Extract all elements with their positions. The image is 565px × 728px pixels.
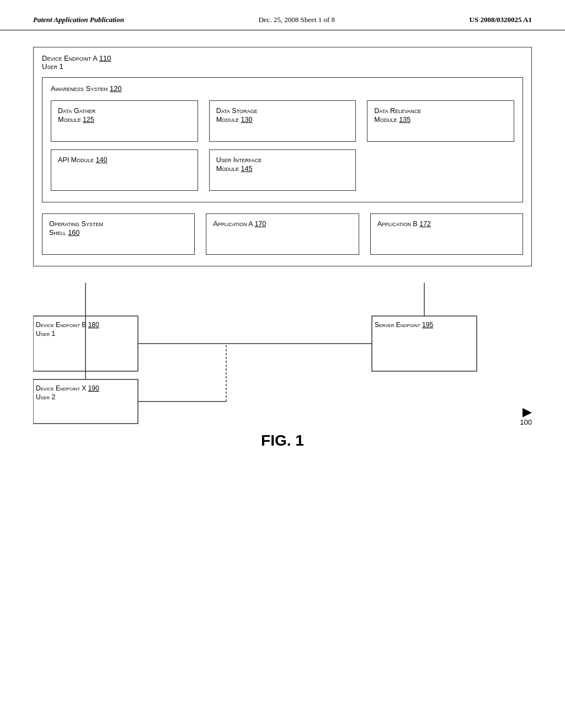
device-endpoint-a-box: Device Endpoint A 110 User 1 Awareness S…: [33, 47, 532, 266]
corner-number: 100: [520, 418, 532, 426]
page-header: Patent Application Publication Dec. 25, …: [0, 0, 565, 30]
user-interface-module-box: User InterfaceModule 145: [209, 149, 356, 191]
header-publication: Patent Application Publication: [33, 15, 124, 24]
connections-area: Device Endpoint B 180 User 1 Server Endp…: [33, 283, 532, 426]
application-b-box: Application B 172: [370, 213, 523, 255]
data-relevance-module-label: Data RelevanceModule 135: [374, 106, 507, 125]
user-interface-module-label: User InterfaceModule 145: [216, 156, 349, 174]
header-patent-number: US 2008/0320025 A1: [470, 15, 532, 24]
data-storage-module-label: Data StorageModule 130: [216, 106, 349, 125]
awareness-system-label: Awareness System 120: [51, 84, 514, 93]
api-module-label: API Module 140: [58, 156, 191, 164]
svg-text:Device Endpoint X 190: Device Endpoint X 190: [36, 384, 99, 392]
empty-module-box: [367, 149, 514, 191]
svg-text:User 1: User 1: [36, 330, 55, 338]
data-gather-module-box: Data GatherModule 125: [51, 100, 198, 142]
header-date-sheet: Dec. 25, 2008 Sheet 1 of 8: [258, 15, 335, 24]
data-relevance-module-box: Data RelevanceModule 135: [367, 100, 514, 142]
awareness-system-box: Awareness System 120 Data GatherModule 1…: [42, 77, 523, 202]
diagram-content: Device Endpoint A 110 User 1 Awareness S…: [0, 47, 565, 449]
svg-text:Device Endpoint B 180: Device Endpoint B 180: [36, 321, 99, 329]
bottom-modules-grid: Operating SystemShell 160 Application A …: [42, 213, 523, 255]
data-storage-module-box: Data StorageModule 130: [209, 100, 356, 142]
application-b-label: Application B 172: [377, 220, 516, 228]
svg-text:Server Endpoint 195: Server Endpoint 195: [375, 321, 433, 329]
connections-svg: Device Endpoint B 180 User 1 Server Endp…: [33, 283, 532, 426]
corner-annotation: ▶ 100: [520, 406, 532, 426]
figure-label: FIG. 1: [33, 432, 532, 449]
svg-text:User 2: User 2: [36, 393, 55, 401]
page: Patent Application Publication Dec. 25, …: [0, 0, 565, 728]
operating-system-shell-box: Operating SystemShell 160: [42, 213, 195, 255]
application-a-box: Application A 170: [206, 213, 359, 255]
modules-grid: Data GatherModule 125 Data StorageModule…: [51, 100, 514, 191]
api-module-box: API Module 140: [51, 149, 198, 191]
operating-system-shell-label: Operating SystemShell 160: [49, 220, 188, 238]
device-endpoint-a-label: Device Endpoint A 110 User 1: [42, 54, 523, 71]
application-a-label: Application A 170: [213, 220, 351, 228]
data-gather-module-label: Data GatherModule 125: [58, 106, 191, 125]
corner-arrow-icon: ▶: [523, 406, 532, 418]
